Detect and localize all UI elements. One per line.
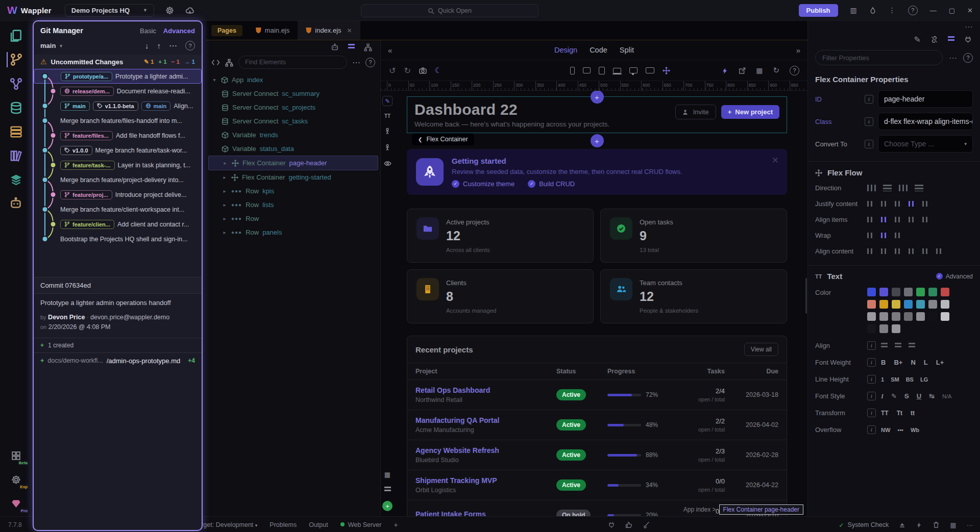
color-swatch[interactable] (941, 312, 949, 321)
info-icon[interactable]: i (865, 95, 873, 104)
font-weight-light-button[interactable]: L (924, 359, 928, 366)
info-icon[interactable]: i (867, 425, 876, 434)
add-target-button[interactable]: + (394, 521, 398, 529)
device-tablet-landscape-icon[interactable] (583, 67, 591, 73)
insert-before-button[interactable]: + (591, 91, 604, 104)
thumbs-up-icon[interactable] (625, 521, 632, 529)
color-swatch[interactable] (941, 300, 949, 309)
overflow-nowrap-button[interactable]: NW (881, 427, 890, 433)
color-swatch[interactable] (916, 288, 925, 296)
tree-item-var-status-data[interactable]: Variablestatus_data (206, 142, 380, 156)
close-tab-icon[interactable]: ✕ (347, 27, 352, 34)
git-advanced-tab[interactable]: Advanced (163, 27, 195, 35)
rail-item-database[interactable] (7, 100, 24, 115)
check-build-crud[interactable]: ✓Build CRUD (528, 180, 575, 188)
align-content-stretch-icon[interactable] (936, 248, 943, 254)
device-monitor-icon[interactable] (646, 67, 654, 73)
capitalize-button[interactable]: Tt (897, 410, 902, 417)
tag-badge[interactable]: v1.0.0 (60, 146, 92, 155)
getting-started-card[interactable]: Getting started Review the seeded data, … (407, 149, 787, 195)
uncommitted-changes-row[interactable]: ⚠ Uncommitted Changes ✎ 1 + 1 − 1 → 1 (34, 55, 202, 69)
justify-between-icon[interactable] (909, 201, 915, 207)
layout-columns-icon[interactable]: ▥ (850, 6, 857, 14)
italic-icon[interactable]: I (881, 392, 884, 400)
dismiss-getting-started-icon[interactable]: ✕ (772, 155, 779, 166)
tab-main-ejs[interactable]: main.ejs (248, 21, 298, 40)
chevron-right-icon[interactable]: ▸ (222, 174, 228, 180)
color-swatch[interactable] (867, 300, 876, 309)
new-project-button[interactable]: + New project (721, 105, 779, 119)
tree-item-sc-summary[interactable]: Server Connectsc_summary (206, 87, 380, 100)
color-swatch[interactable] (892, 288, 900, 296)
font-weight-bolder-button[interactable]: B+ (894, 359, 902, 366)
device-tablet-icon[interactable] (599, 67, 605, 74)
rail-item-pages[interactable] (7, 28, 24, 43)
align-items-baseline-icon[interactable] (922, 217, 929, 222)
branch-badge[interactable]: main (60, 102, 90, 111)
branch-badge[interactable]: feature/task-... (60, 161, 115, 170)
actions-bolt-icon[interactable] (721, 66, 728, 75)
align-right-icon[interactable] (909, 343, 915, 348)
tab-code[interactable]: Code (590, 46, 607, 54)
canvas-scrollbar[interactable] (805, 278, 807, 314)
strikethrough-icon[interactable]: S (904, 392, 909, 400)
color-swatch[interactable] (879, 312, 888, 321)
advanced-toggle[interactable]: ✓Advanced (936, 273, 973, 280)
rows-overlay-icon[interactable] (384, 485, 391, 494)
reset-style-icon[interactable]: ↹ (929, 392, 935, 400)
more-icon[interactable]: ⋯ (967, 521, 973, 529)
qr-preview-icon[interactable]: ▦ (756, 66, 763, 74)
device-laptop-icon[interactable] (613, 68, 621, 73)
tab-split[interactable]: Split (620, 46, 634, 54)
help-icon[interactable]: ? (908, 6, 918, 15)
device-phone-icon[interactable] (570, 67, 575, 74)
rail-item-workflows[interactable] (7, 76, 24, 91)
canvas-help-icon[interactable]: ? (790, 66, 799, 75)
direction-row-icon[interactable] (867, 185, 876, 191)
justify-center-icon[interactable] (881, 201, 888, 207)
edit-mode-icon[interactable]: ✎ (382, 96, 393, 106)
tree-item-row-panels[interactable]: ▸ ●●● Rowpanels (206, 225, 380, 239)
table-row[interactable]: Retail Ops DashboardNorthwind Retail Act… (407, 379, 787, 410)
invite-button[interactable]: Invite (675, 105, 716, 119)
code-view-icon[interactable] (211, 58, 220, 67)
page-header-selection[interactable]: + Dashboard 22 Welcome back — here's wha… (407, 96, 787, 133)
id-input[interactable]: page-header (878, 90, 973, 108)
class-input[interactable]: d-flex flex-wrap align-items-center j (878, 113, 973, 130)
tree-item-var-trends[interactable]: Variabletrends (206, 128, 380, 142)
web-server-status[interactable]: Web Server (340, 521, 382, 528)
align-content-center-icon[interactable] (881, 248, 888, 254)
fit-view-icon[interactable] (663, 66, 670, 75)
align-content-start-icon[interactable] (867, 248, 874, 254)
color-swatch[interactable] (904, 312, 913, 321)
overflow-wordbreak-button[interactable]: Wb (911, 427, 919, 433)
accessibility-icon[interactable] (384, 142, 391, 151)
tree-item-page-header[interactable]: ▸ Flex Containerpage-header (208, 156, 378, 170)
view-all-button[interactable]: View all (744, 343, 778, 356)
tree-item-row-kpis[interactable]: ▸ ●●● Rowkpis (206, 184, 380, 198)
font-style-na[interactable]: N/A (942, 393, 951, 399)
tree-item-row-lists[interactable]: ▸ ●●● Rowlists (206, 198, 380, 212)
table-row[interactable]: Shipment Tracking MVPOrbit Logistics Act… (407, 470, 787, 500)
tab-design[interactable]: Design (554, 46, 577, 54)
mannequin-icon[interactable] (384, 126, 391, 135)
justify-end-icon[interactable] (895, 201, 901, 207)
align-content-around-icon[interactable] (922, 248, 929, 254)
eject-icon[interactable] (899, 521, 905, 528)
chevron-right-icon[interactable]: ▸ (222, 160, 228, 166)
chevron-down-icon[interactable]: ▾ (211, 77, 217, 83)
color-swatch[interactable] (941, 288, 949, 296)
components-icon[interactable] (225, 58, 233, 67)
cloud-sync-button[interactable] (185, 6, 194, 15)
properties-help-icon[interactable]: ? (963, 53, 973, 63)
rail-item-experimental[interactable]: Exp (7, 472, 24, 487)
color-swatch[interactable] (892, 312, 900, 321)
kpi-open-tasks[interactable]: Open tasks 9 13 total (600, 209, 787, 263)
system-check-button[interactable]: ✓System Check (839, 521, 889, 529)
remote-badge[interactable]: release/dem... (60, 87, 114, 96)
branch-badge[interactable]: prototype/a... (61, 72, 112, 81)
direction-column-icon[interactable] (883, 185, 892, 191)
line-height-base-button[interactable]: BS (906, 376, 914, 383)
color-swatch[interactable] (867, 324, 876, 333)
color-swatch[interactable] (928, 312, 937, 321)
